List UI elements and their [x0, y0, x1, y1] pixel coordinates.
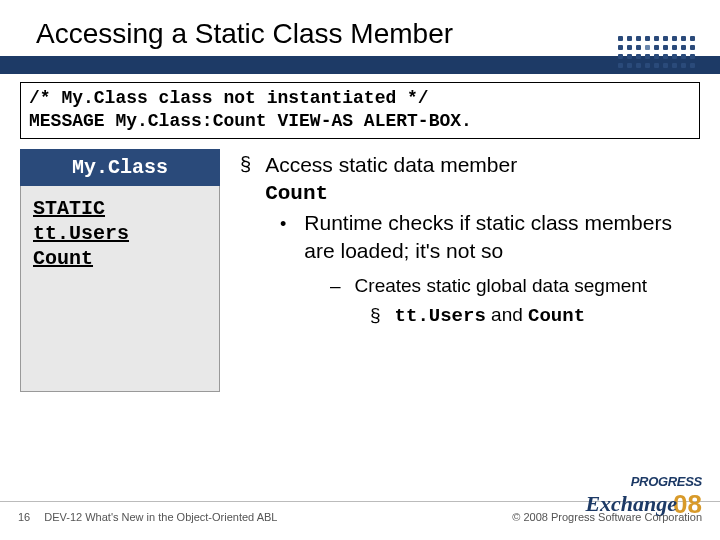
bullet-text: Runtime checks if static class members a… [304, 209, 700, 264]
bullet-square-icon: § [370, 303, 381, 329]
decorative-dot-grid [618, 36, 696, 69]
class-box-header: My.Class [20, 149, 220, 186]
code-text: Count [528, 305, 585, 327]
bullet-square-icon: § [240, 151, 251, 208]
class-box-body: STATIC tt.Users Count [20, 186, 220, 392]
bullet-text: tt.Users and Count [395, 303, 586, 329]
class-member-line: Count [33, 246, 207, 271]
progress-logo-text: PROGRESS [585, 474, 702, 489]
class-diagram-box: My.Class STATIC tt.Users Count [20, 149, 220, 392]
copyright-text: © 2008 Progress Software Corporation [512, 511, 702, 523]
class-member-line: STATIC [33, 196, 207, 221]
code-line: MESSAGE My.Class:Count VIEW-AS ALERT-BOX… [29, 110, 691, 133]
slide-number: 16 [18, 511, 30, 523]
footer: 16 DEV-12 What's New in the Object-Orien… [0, 500, 720, 540]
code-line: /* My.Class class not instantiated */ [29, 87, 691, 110]
code-text: tt.Users [395, 305, 486, 327]
bullet-content: § Access static data member Count • Runt… [240, 149, 700, 392]
code-sample-box: /* My.Class class not instantiated */ ME… [20, 82, 700, 139]
deck-title: DEV-12 What's New in the Object-Oriented… [44, 511, 277, 523]
bullet-code-text: Count [265, 182, 328, 205]
bullet-text: Access static data member [265, 153, 517, 176]
bullet-text: Creates static global data segment [355, 274, 648, 299]
header-bar [0, 56, 720, 74]
class-member-line: tt.Users [33, 221, 207, 246]
bullet-dot-icon: • [280, 213, 286, 264]
bullet-dash-icon: – [330, 274, 341, 299]
